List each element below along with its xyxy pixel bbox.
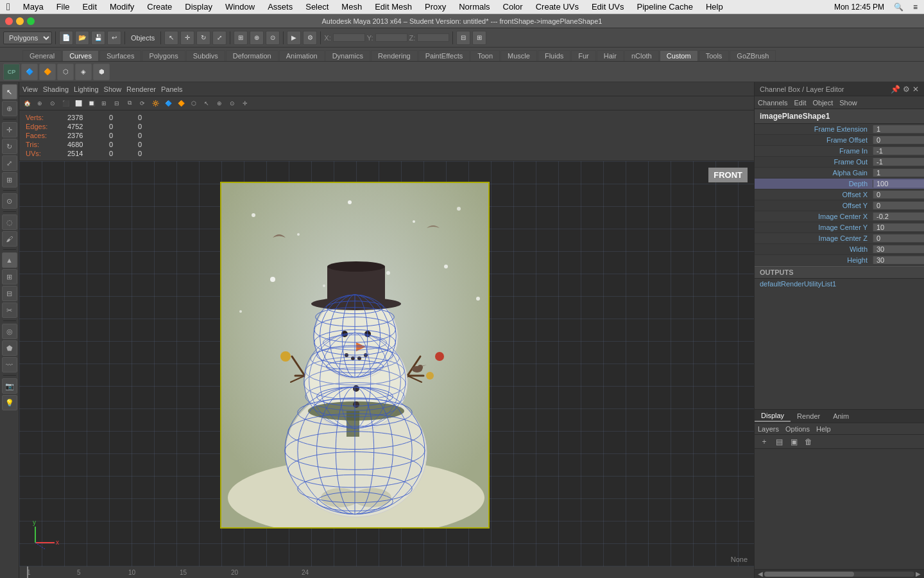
save-icon[interactable]: 💾: [91, 31, 105, 45]
menu-extra-icon[interactable]: ≡: [913, 3, 918, 12]
cb-close-icon[interactable]: ✕: [912, 85, 919, 94]
output-item-1[interactable]: defaultRenderUtilityList1: [755, 279, 924, 289]
y-field[interactable]: [375, 33, 407, 42]
shelf-tab-rendering[interactable]: Rendering: [371, 50, 418, 61]
show-manip-tool[interactable]: ⊙: [2, 193, 17, 209]
soft-sel-tool[interactable]: ◎: [2, 324, 17, 339]
minimize-button[interactable]: [16, 17, 24, 25]
shelf-tab-surfaces[interactable]: Surfaces: [99, 50, 141, 61]
split-tool[interactable]: ⊟: [2, 286, 17, 301]
shelf-tab-ncloth[interactable]: nCloth: [624, 50, 659, 61]
shelf-tab-toon[interactable]: Toon: [470, 50, 500, 61]
menu-color[interactable]: Color: [497, 0, 529, 13]
vp-icon-13[interactable]: 🔶: [175, 98, 187, 109]
layer-new-icon[interactable]: +: [758, 437, 771, 446]
new-scene-icon[interactable]: 📄: [59, 31, 73, 45]
menu-modify[interactable]: Modify: [103, 0, 141, 13]
cb-settings-icon[interactable]: ⚙: [903, 85, 910, 94]
ch-val-frame-in[interactable]: -1: [873, 147, 924, 155]
vp-menu-show[interactable]: Show: [104, 85, 122, 93]
shelf-tab-dynamics[interactable]: Dynamics: [325, 50, 370, 61]
vp-icon-18[interactable]: ✛: [239, 98, 251, 109]
vp-menu-shading[interactable]: Shading: [43, 85, 69, 93]
mode-dropdown[interactable]: Polygons: [3, 31, 52, 44]
shelf-tab-tools[interactable]: Tools: [699, 50, 730, 61]
channel-frame-out[interactable]: Frame Out -1: [755, 157, 924, 168]
menu-proxy[interactable]: Proxy: [418, 0, 452, 13]
vp-menu-renderer[interactable]: Renderer: [126, 85, 156, 93]
shelf-icon-3[interactable]: ⬡: [57, 64, 74, 80]
move-tool-icon[interactable]: ✛: [180, 31, 194, 45]
camera-tool[interactable]: 📷: [2, 378, 17, 394]
rotate-tool[interactable]: ↻: [2, 139, 17, 154]
shelf-icon-4[interactable]: ◈: [75, 64, 92, 80]
select-tool-icon[interactable]: ↖: [164, 31, 178, 45]
vp-icon-1[interactable]: 🏠: [21, 98, 33, 109]
layers-menu-layers[interactable]: Layers: [758, 425, 779, 433]
extrude-tool[interactable]: ▲: [2, 252, 17, 268]
shelf-tab-gozbrush[interactable]: GoZBrush: [730, 50, 776, 61]
shelf-tab-polygons[interactable]: Polygons: [142, 50, 185, 61]
grid-icon[interactable]: ⊟: [456, 31, 470, 45]
maximize-button[interactable]: [27, 17, 35, 25]
universal-tool[interactable]: ⊞: [2, 172, 17, 188]
lasso-tool[interactable]: ◌: [2, 215, 17, 230]
ch-val-offset-x[interactable]: 0: [873, 191, 924, 198]
shelf-tab-subdivs[interactable]: Subdivs: [186, 50, 225, 61]
undo-icon[interactable]: ↩: [107, 31, 121, 45]
snap-view-icon[interactable]: ⊙: [266, 31, 280, 45]
layers-menu-help[interactable]: Help: [816, 425, 831, 433]
vp-icon-15[interactable]: ↖: [201, 98, 212, 109]
cb-tab-display[interactable]: Display: [755, 410, 791, 422]
channel-image-center-z[interactable]: Image Center Z 0: [755, 233, 924, 244]
light-tool[interactable]: 💡: [2, 395, 17, 410]
scroll-track[interactable]: [764, 572, 914, 577]
ch-val-width[interactable]: 30: [873, 245, 924, 253]
cb-menu-show[interactable]: Show: [839, 99, 857, 107]
ch-val-frame-offset[interactable]: 0: [873, 136, 924, 144]
layer-add-icon[interactable]: ▤: [773, 437, 785, 446]
menu-create[interactable]: Create: [141, 0, 178, 13]
menu-pipeline-cache[interactable]: Pipeline Cache: [630, 0, 699, 13]
snap-point-icon[interactable]: ⊕: [250, 31, 264, 45]
ch-val-image-center-y[interactable]: 10: [873, 223, 924, 231]
shelf-icon-5[interactable]: ⬢: [93, 64, 110, 80]
scale-tool-icon[interactable]: ⤢: [212, 31, 227, 45]
vp-icon-4[interactable]: ⬛: [60, 98, 71, 109]
x-field[interactable]: [333, 33, 365, 42]
ch-val-offset-y[interactable]: 0: [873, 202, 924, 209]
menu-normals[interactable]: Normals: [452, 0, 496, 13]
shelf-icon-2[interactable]: 🔶: [39, 64, 56, 80]
search-icon[interactable]: 🔍: [894, 3, 903, 12]
menu-edit-uvs[interactable]: Edit UVs: [585, 0, 631, 13]
scroll-right-btn[interactable]: ▶: [914, 570, 922, 577]
channel-width[interactable]: Width 30: [755, 244, 924, 255]
channel-height[interactable]: Height 30: [755, 255, 924, 266]
render-icon[interactable]: ▶: [287, 31, 301, 45]
vp-icon-7[interactable]: ⊞: [98, 98, 110, 109]
vp-icon-10[interactable]: ⟳: [137, 98, 148, 109]
snap-grid-icon[interactable]: ⊞: [234, 31, 248, 45]
scale-tool[interactable]: ⤢: [2, 155, 17, 171]
vp-icon-2[interactable]: ⊕: [34, 98, 46, 109]
vp-menu-view[interactable]: View: [22, 85, 38, 93]
shelf-tab-muscle[interactable]: Muscle: [501, 50, 537, 61]
shelf-tab-deformation[interactable]: Deformation: [226, 50, 278, 61]
shelf-tab-animation[interactable]: Animation: [279, 50, 325, 61]
ch-val-frame-out[interactable]: -1: [873, 158, 924, 166]
merge-tool[interactable]: ⊞: [2, 269, 17, 285]
cb-menu-edit[interactable]: Edit: [794, 99, 806, 107]
shelf-tab-fluids[interactable]: Fluids: [538, 50, 570, 61]
channel-frame-offset[interactable]: Frame Offset 0: [755, 135, 924, 146]
channel-offset-x[interactable]: Offset X 0: [755, 189, 924, 200]
rotate-tool-icon[interactable]: ↻: [196, 31, 210, 45]
menu-maya[interactable]: Maya: [17, 0, 50, 13]
move-tool[interactable]: ✛: [2, 122, 17, 137]
shelf-tab-painteffects[interactable]: PaintEffects: [418, 50, 470, 61]
menu-create-uvs[interactable]: Create UVs: [529, 0, 585, 13]
vp-icon-6[interactable]: 🔲: [85, 98, 97, 109]
menu-edit-mesh[interactable]: Edit Mesh: [368, 0, 418, 13]
vp-icon-14[interactable]: ⬡: [188, 98, 200, 109]
sculpt-tool[interactable]: ⬟: [2, 340, 17, 356]
cb-tab-anim[interactable]: Anim: [826, 411, 855, 421]
